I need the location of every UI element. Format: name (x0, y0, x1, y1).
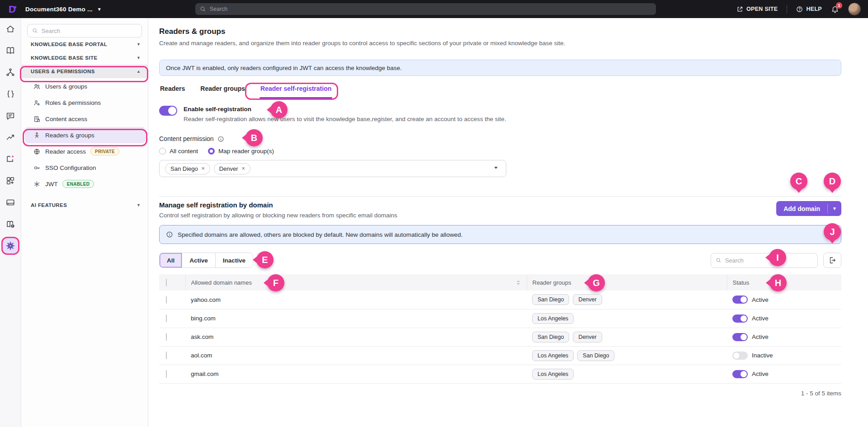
status-toggle[interactable] (732, 370, 748, 378)
export-icon (828, 256, 836, 264)
add-domain-caret-button[interactable]: ▼ (828, 201, 841, 216)
feedback-icon[interactable] (5, 110, 16, 121)
selected-group-chip: Denver × (214, 163, 250, 174)
radio-label: All content (170, 148, 198, 155)
row-checkbox[interactable] (166, 370, 167, 378)
reader-groups-multiselect[interactable]: San Diego × Denver × (159, 160, 506, 177)
ai-writer-icon[interactable] (5, 154, 16, 164)
status-toggle[interactable] (732, 333, 748, 341)
status-toggle[interactable] (732, 296, 748, 304)
sidebar-item-users-groups[interactable]: Users & groups (21, 78, 148, 94)
drive-icon[interactable] (5, 197, 16, 208)
global-search[interactable] (195, 3, 656, 15)
reader-group-chip: Denver (573, 294, 602, 305)
private-badge: PRIVATE (90, 147, 119, 155)
remove-chip-icon[interactable]: × (242, 165, 245, 172)
chip-label: San Diego (170, 165, 198, 172)
table-row: gmail.com Los Angeles Active (159, 365, 841, 383)
document360-logo-icon[interactable]: D (7, 3, 19, 15)
user-avatar[interactable] (848, 3, 861, 15)
search-icon (200, 6, 206, 12)
domain-cell: gmail.com (185, 365, 527, 383)
header-domain[interactable]: Allowed domain names (185, 274, 527, 291)
sidebar-section-users-permissions[interactable]: USERS & PERMISSIONS ▲ (21, 65, 148, 78)
filter-inactive[interactable]: Inactive (216, 253, 253, 267)
topbar-divider (787, 5, 787, 13)
radio-map-reader-groups[interactable]: Map reader group(s) (208, 148, 274, 155)
tab-readers[interactable]: Readers (159, 84, 186, 99)
enabled-badge: ENABLED (62, 180, 94, 188)
info-icon[interactable] (217, 136, 224, 142)
section-label: AI FEATURES (31, 202, 67, 208)
row-checkbox[interactable] (166, 296, 167, 304)
status-toggle[interactable] (732, 314, 748, 323)
add-domain-button[interactable]: Add domain (776, 201, 827, 216)
home-icon[interactable] (5, 23, 16, 34)
sidebar-item-label: SSO Configuration (45, 164, 96, 171)
sort-icon[interactable] (515, 280, 521, 286)
add-domain-split-button: Add domain ▼ (776, 201, 841, 216)
row-checkbox[interactable] (166, 333, 167, 341)
categories-icon[interactable] (5, 67, 16, 78)
project-caret-down-icon[interactable]: ▼ (97, 7, 102, 12)
main-content: Readers & groups Create and manage reade… (148, 18, 868, 427)
settings-sidebar: KNOWLEDGE BASE PORTAL ▼ KNOWLEDGE BASE S… (21, 18, 148, 427)
radio-selected-icon (208, 148, 215, 155)
tab-reader-groups[interactable]: Reader groups (199, 84, 246, 99)
sidebar-item-jwt[interactable]: JWT ENABLED (21, 176, 148, 192)
header-status[interactable]: Status (727, 274, 841, 291)
filter-all[interactable]: All (160, 253, 182, 267)
api-docs-icon[interactable] (5, 89, 16, 99)
export-button[interactable] (823, 253, 841, 268)
selected-group-chip: San Diego × (165, 163, 210, 174)
help-button[interactable]: HELP (796, 6, 822, 13)
global-search-input[interactable] (210, 6, 651, 12)
sidebar-item-content-access[interactable]: Content access (21, 111, 148, 127)
svg-text:D: D (9, 4, 16, 15)
row-checkbox[interactable] (166, 314, 167, 322)
top-bar: D Document360 Demo ... ▼ OPEN SITE HELP … (0, 0, 868, 18)
status-label: Active (752, 296, 769, 303)
page-title: Readers & groups (159, 27, 841, 36)
project-name[interactable]: Document360 Demo ... (25, 6, 93, 13)
page-subtitle: Create and manage readers, and organize … (159, 40, 841, 48)
reader-group-chip: Los Angeles (532, 369, 574, 380)
status-label: Inactive (752, 352, 773, 359)
radio-all-content[interactable]: All content (159, 148, 198, 155)
document-lock-icon (33, 115, 41, 123)
chevron-down-icon: ▼ (137, 203, 141, 207)
sidebar-item-readers-groups[interactable]: Readers & groups (25, 127, 146, 143)
jwt-notice-text: Once JWT is enabled, only readers config… (166, 65, 402, 71)
domain-search[interactable] (711, 253, 818, 268)
sidebar-section-ai-features[interactable]: AI FEATURES ▼ (21, 198, 148, 212)
sidebar-item-roles-permissions[interactable]: Roles & permissions (21, 94, 148, 111)
widgets-icon[interactable] (5, 175, 16, 186)
enable-self-registration-toggle[interactable] (159, 106, 177, 116)
filter-active[interactable]: Active (182, 253, 216, 267)
help-label: HELP (806, 6, 822, 12)
select-all-checkbox[interactable] (166, 279, 167, 286)
analytics-icon[interactable] (5, 132, 16, 143)
globe-icon (33, 148, 41, 155)
kb-site-settings-icon[interactable] (5, 219, 16, 230)
sidebar-item-reader-access[interactable]: Reader access PRIVATE (21, 143, 148, 160)
open-site-button[interactable]: OPEN SITE (736, 6, 778, 13)
row-checkbox[interactable] (166, 352, 167, 359)
sidebar-item-sso-configuration[interactable]: SSO Configuration (21, 160, 148, 176)
domain-search-input[interactable] (725, 257, 813, 264)
enable-self-registration-label: Enable self-registration (184, 106, 506, 114)
sidebar-section-kb-portal[interactable]: KNOWLEDGE BASE PORTAL ▼ (21, 38, 148, 51)
sidebar-search[interactable] (27, 24, 142, 38)
sidebar-section-kb-site[interactable]: KNOWLEDGE BASE SITE ▼ (21, 51, 148, 65)
reader-group-icon (33, 131, 41, 139)
jwt-notice-banner: Once JWT is enabled, only readers config… (159, 60, 841, 76)
sidebar-search-input[interactable] (42, 28, 137, 34)
header-reader-groups[interactable]: Reader groups (527, 274, 727, 291)
notifications-button[interactable]: 1 (831, 5, 839, 13)
remove-chip-icon[interactable]: × (202, 165, 205, 172)
status-toggle[interactable] (732, 352, 748, 360)
documentation-icon[interactable] (5, 45, 16, 56)
settings-gear-icon[interactable] (3, 238, 18, 253)
tab-reader-self-registration[interactable]: Reader self-registration (259, 84, 332, 99)
dropdown-caret-icon[interactable] (492, 164, 500, 173)
